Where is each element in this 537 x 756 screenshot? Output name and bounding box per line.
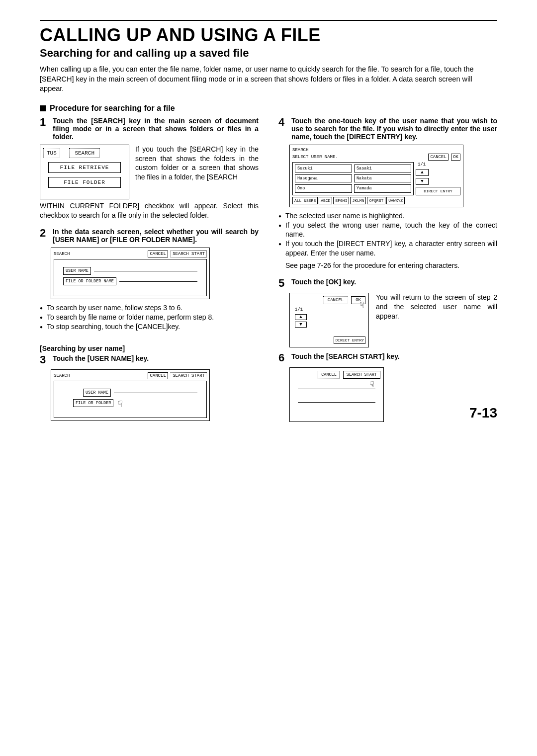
alpha-tab[interactable]: OPQRST xyxy=(367,197,385,204)
file-folder-option[interactable]: FILE OR FOLDER NAME xyxy=(63,277,116,285)
user-button[interactable]: Suzuki xyxy=(295,165,352,172)
cancel-button[interactable]: CANCEL xyxy=(428,154,448,161)
alpha-tab[interactable]: EFGHI xyxy=(333,197,349,204)
page-indicator: 1/1 xyxy=(295,307,365,312)
section-heading-text: Procedure for searching for a file xyxy=(50,104,175,113)
direct-entry-button[interactable]: DIRECT ENTRY xyxy=(334,336,365,344)
user-button[interactable]: Sasaki xyxy=(354,165,411,172)
direct-entry-button[interactable]: DIRECT ENTRY xyxy=(416,187,460,195)
alpha-tab[interactable]: JKLMN xyxy=(350,197,366,204)
pointer-hand-icon: ☟ xyxy=(359,300,364,310)
step5-ui-screenshot: CANCEL OK 1/1 ▲ ▼ DIRECT ENTRY ☟ xyxy=(289,293,369,347)
scroll-up-button[interactable]: ▲ xyxy=(295,314,307,320)
step-number: 4 xyxy=(278,117,288,141)
section-heading: Procedure for searching for a file xyxy=(40,104,497,113)
step-number: 2 xyxy=(40,228,50,244)
step1-para-right: If you touch the [SEARCH] key in the scr… xyxy=(135,145,259,182)
step-number: 6 xyxy=(278,352,288,363)
step2-ui-screenshot: SEARCH CANCEL SEARCH START USER NAME FIL… xyxy=(51,248,210,299)
step-number: 1 xyxy=(40,117,50,141)
alpha-tab[interactable]: ABCD xyxy=(319,197,332,204)
tus-tab[interactable]: TUS xyxy=(43,148,60,158)
page-number: 7-13 xyxy=(469,405,497,421)
file-folder-button[interactable]: FILE FOLDER xyxy=(48,177,121,188)
page-subtitle: Searching for and calling up a saved fil… xyxy=(40,47,497,60)
pointer-hand-icon: ☟ xyxy=(369,380,374,390)
step-3: 3 Touch the [USER NAME] key. xyxy=(40,354,259,365)
panel-title: SEARCH xyxy=(292,148,460,153)
page-title: CALLING UP AND USING A FILE xyxy=(40,25,497,46)
step-6: 6 Touch the [SEARCH START] key. xyxy=(278,352,497,363)
file-retrieve-button[interactable]: FILE RETRIEVE xyxy=(48,162,121,173)
step-1: 1 Touch the [SEARCH] key in the main scr… xyxy=(40,117,259,141)
step3-ui-screenshot: SEARCH CANCEL SEARCH START USER NAME FIL… xyxy=(51,369,210,421)
panel-title: SEARCH xyxy=(54,373,70,378)
step-heading: Touch the [OK] key. xyxy=(291,278,356,289)
search-button[interactable]: SEARCH xyxy=(69,148,100,158)
user-button[interactable]: Ono xyxy=(295,184,352,192)
cancel-button[interactable]: CANCEL xyxy=(148,251,168,257)
searching-by-user-name-label: [Searching by user name] xyxy=(40,344,259,352)
top-rule xyxy=(40,20,497,21)
step6-ui-screenshot: CANCEL SEARCH START ☟ xyxy=(289,367,384,422)
right-column: 4 Touch the one-touch key of the user na… xyxy=(278,117,497,426)
ok-button[interactable]: OK xyxy=(451,154,460,161)
user-name-option[interactable]: USER NAME xyxy=(83,389,111,397)
step-4: 4 Touch the one-touch key of the user na… xyxy=(278,117,497,141)
search-start-button[interactable]: SEARCH START xyxy=(171,251,207,257)
user-name-option[interactable]: USER NAME xyxy=(63,267,91,275)
bullet-item: If you touch the [DIRECT ENTRY] key, a c… xyxy=(278,239,497,258)
search-start-button[interactable]: SEARCH START xyxy=(343,371,380,379)
cancel-button[interactable]: CANCEL xyxy=(148,372,168,379)
bullet-item: To search by user name, follow steps 3 t… xyxy=(40,303,259,313)
bullet-item: To search by file name or folder name, p… xyxy=(40,313,259,322)
step-5: 5 Touch the [OK] key. xyxy=(278,278,497,289)
left-column: 1 Touch the [SEARCH] key in the main scr… xyxy=(40,117,259,426)
search-start-button[interactable]: SEARCH START xyxy=(171,372,207,379)
step-heading: Touch the [SEARCH] key in the main scree… xyxy=(53,117,259,141)
step4-note: See page 7-26 for the procedure for ente… xyxy=(285,261,497,271)
panel-title: SEARCH xyxy=(54,252,70,256)
intro-text: When calling up a file, you can enter th… xyxy=(40,65,497,94)
pointer-hand-icon: ☟ xyxy=(118,399,123,409)
step4-ui-screenshot: SEARCH SELECT USER NAME. CANCEL OK Suzuk… xyxy=(289,145,463,207)
step-heading: Touch the one-touch key of the user name… xyxy=(291,117,497,141)
cancel-button[interactable]: CANCEL xyxy=(318,371,340,379)
step5-para: You will return to the screen of step 2 … xyxy=(376,293,497,321)
user-button[interactable]: Nakata xyxy=(354,174,411,182)
alpha-tab[interactable]: UVWXYZ xyxy=(386,197,405,204)
step2-bullets: To search by user name, follow steps 3 t… xyxy=(40,303,259,332)
bullet-item: If you select the wrong user name, touch… xyxy=(278,221,497,240)
step1-para-cont: WITHIN CURRENT FOLDER] checkbox will app… xyxy=(40,201,259,220)
user-button[interactable]: Hasegawa xyxy=(295,174,352,182)
page-indicator: 1/1 xyxy=(416,162,460,167)
alpha-tab[interactable]: ALL USERS xyxy=(292,197,318,204)
square-bullet-icon xyxy=(40,105,46,111)
file-folder-option[interactable]: FILE OR FOLDER xyxy=(73,399,113,407)
bullet-item: The selected user name is highlighted. xyxy=(278,211,497,221)
step-heading: In the data search screen, select whethe… xyxy=(53,228,259,244)
cancel-button[interactable]: CANCEL xyxy=(323,296,348,304)
scroll-down-button[interactable]: ▼ xyxy=(416,178,429,185)
step-2: 2 In the data search screen, select whet… xyxy=(40,228,259,244)
step-heading: Touch the [SEARCH START] key. xyxy=(291,352,400,363)
scroll-up-button[interactable]: ▲ xyxy=(416,169,429,176)
scroll-down-button[interactable]: ▼ xyxy=(295,322,307,328)
step4-bullets: The selected user name is highlighted. I… xyxy=(278,211,497,258)
step-number: 3 xyxy=(40,354,50,365)
step1-ui-screenshot: TUS SEARCH FILE RETRIEVE FILE FOLDER xyxy=(40,145,129,199)
panel-subtitle: SELECT USER NAME. xyxy=(292,155,338,160)
bullet-item: To stop searching, touch the [CANCEL]key… xyxy=(40,322,259,332)
user-button[interactable]: Yamada xyxy=(354,184,411,192)
step-heading: Touch the [USER NAME] key. xyxy=(53,354,149,365)
step-number: 5 xyxy=(278,278,288,289)
